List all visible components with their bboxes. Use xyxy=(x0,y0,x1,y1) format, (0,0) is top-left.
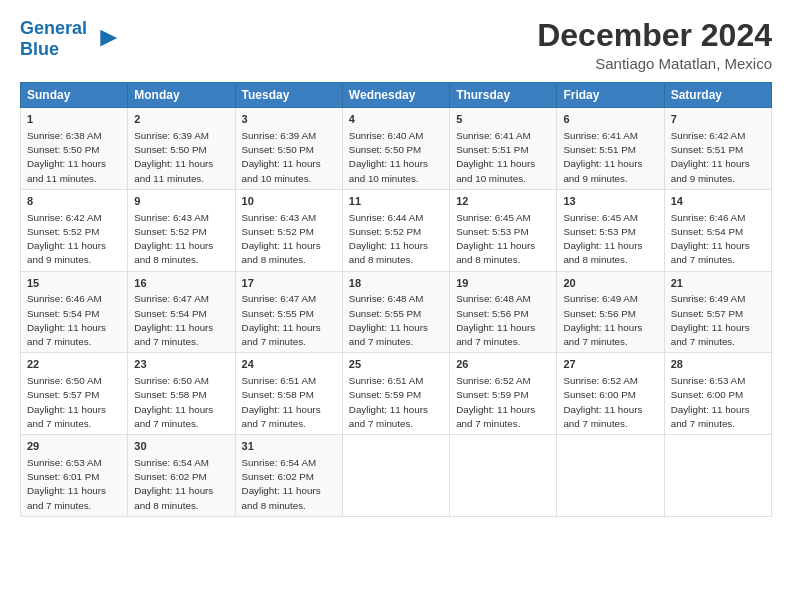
table-row: 5Sunrise: 6:41 AMSunset: 5:51 PMDaylight… xyxy=(450,108,557,190)
empty-cell xyxy=(342,435,449,517)
table-row: 23Sunrise: 6:50 AMSunset: 5:58 PMDayligh… xyxy=(128,353,235,435)
table-row: 24Sunrise: 6:51 AMSunset: 5:58 PMDayligh… xyxy=(235,353,342,435)
table-row: 19Sunrise: 6:48 AMSunset: 5:56 PMDayligh… xyxy=(450,271,557,353)
table-row: 16Sunrise: 6:47 AMSunset: 5:54 PMDayligh… xyxy=(128,271,235,353)
empty-cell xyxy=(450,435,557,517)
table-row: 3Sunrise: 6:39 AMSunset: 5:50 PMDaylight… xyxy=(235,108,342,190)
calendar-week-row: 15Sunrise: 6:46 AMSunset: 5:54 PMDayligh… xyxy=(21,271,772,353)
col-sunday: Sunday xyxy=(21,83,128,108)
table-row: 15Sunrise: 6:46 AMSunset: 5:54 PMDayligh… xyxy=(21,271,128,353)
col-thursday: Thursday xyxy=(450,83,557,108)
table-row: 4Sunrise: 6:40 AMSunset: 5:50 PMDaylight… xyxy=(342,108,449,190)
logo-icon xyxy=(91,25,119,53)
table-row: 12Sunrise: 6:45 AMSunset: 5:53 PMDayligh… xyxy=(450,189,557,271)
header-row: Sunday Monday Tuesday Wednesday Thursday… xyxy=(21,83,772,108)
table-row: 10Sunrise: 6:43 AMSunset: 5:52 PMDayligh… xyxy=(235,189,342,271)
header: General Blue December 2024 Santiago Mata… xyxy=(20,18,772,72)
table-row: 14Sunrise: 6:46 AMSunset: 5:54 PMDayligh… xyxy=(664,189,771,271)
main-title: December 2024 xyxy=(537,18,772,53)
table-row: 8Sunrise: 6:42 AMSunset: 5:52 PMDaylight… xyxy=(21,189,128,271)
table-row: 17Sunrise: 6:47 AMSunset: 5:55 PMDayligh… xyxy=(235,271,342,353)
title-block: December 2024 Santiago Matatlan, Mexico xyxy=(537,18,772,72)
table-row: 22Sunrise: 6:50 AMSunset: 5:57 PMDayligh… xyxy=(21,353,128,435)
col-saturday: Saturday xyxy=(664,83,771,108)
table-row: 27Sunrise: 6:52 AMSunset: 6:00 PMDayligh… xyxy=(557,353,664,435)
page: General Blue December 2024 Santiago Mata… xyxy=(0,0,792,612)
col-friday: Friday xyxy=(557,83,664,108)
calendar-week-row: 8Sunrise: 6:42 AMSunset: 5:52 PMDaylight… xyxy=(21,189,772,271)
table-row: 30Sunrise: 6:54 AMSunset: 6:02 PMDayligh… xyxy=(128,435,235,517)
col-monday: Monday xyxy=(128,83,235,108)
logo: General Blue xyxy=(20,18,119,59)
table-row: 21Sunrise: 6:49 AMSunset: 5:57 PMDayligh… xyxy=(664,271,771,353)
col-tuesday: Tuesday xyxy=(235,83,342,108)
subtitle: Santiago Matatlan, Mexico xyxy=(537,55,772,72)
table-row: 26Sunrise: 6:52 AMSunset: 5:59 PMDayligh… xyxy=(450,353,557,435)
table-row: 18Sunrise: 6:48 AMSunset: 5:55 PMDayligh… xyxy=(342,271,449,353)
table-row: 2Sunrise: 6:39 AMSunset: 5:50 PMDaylight… xyxy=(128,108,235,190)
empty-cell xyxy=(664,435,771,517)
col-wednesday: Wednesday xyxy=(342,83,449,108)
calendar-body: 1Sunrise: 6:38 AMSunset: 5:50 PMDaylight… xyxy=(21,108,772,517)
table-row: 11Sunrise: 6:44 AMSunset: 5:52 PMDayligh… xyxy=(342,189,449,271)
calendar-table: Sunday Monday Tuesday Wednesday Thursday… xyxy=(20,82,772,517)
table-row: 28Sunrise: 6:53 AMSunset: 6:00 PMDayligh… xyxy=(664,353,771,435)
calendar-week-row: 1Sunrise: 6:38 AMSunset: 5:50 PMDaylight… xyxy=(21,108,772,190)
logo-general: General xyxy=(20,18,87,38)
table-row: 6Sunrise: 6:41 AMSunset: 5:51 PMDaylight… xyxy=(557,108,664,190)
table-row: 7Sunrise: 6:42 AMSunset: 5:51 PMDaylight… xyxy=(664,108,771,190)
calendar-week-row: 29Sunrise: 6:53 AMSunset: 6:01 PMDayligh… xyxy=(21,435,772,517)
logo-blue: Blue xyxy=(20,39,87,60)
table-row: 31Sunrise: 6:54 AMSunset: 6:02 PMDayligh… xyxy=(235,435,342,517)
logo-text: General Blue xyxy=(20,18,87,59)
table-row: 1Sunrise: 6:38 AMSunset: 5:50 PMDaylight… xyxy=(21,108,128,190)
svg-marker-0 xyxy=(100,29,117,46)
calendar-week-row: 22Sunrise: 6:50 AMSunset: 5:57 PMDayligh… xyxy=(21,353,772,435)
table-row: 25Sunrise: 6:51 AMSunset: 5:59 PMDayligh… xyxy=(342,353,449,435)
empty-cell xyxy=(557,435,664,517)
table-row: 29Sunrise: 6:53 AMSunset: 6:01 PMDayligh… xyxy=(21,435,128,517)
table-row: 13Sunrise: 6:45 AMSunset: 5:53 PMDayligh… xyxy=(557,189,664,271)
table-row: 9Sunrise: 6:43 AMSunset: 5:52 PMDaylight… xyxy=(128,189,235,271)
table-row: 20Sunrise: 6:49 AMSunset: 5:56 PMDayligh… xyxy=(557,271,664,353)
